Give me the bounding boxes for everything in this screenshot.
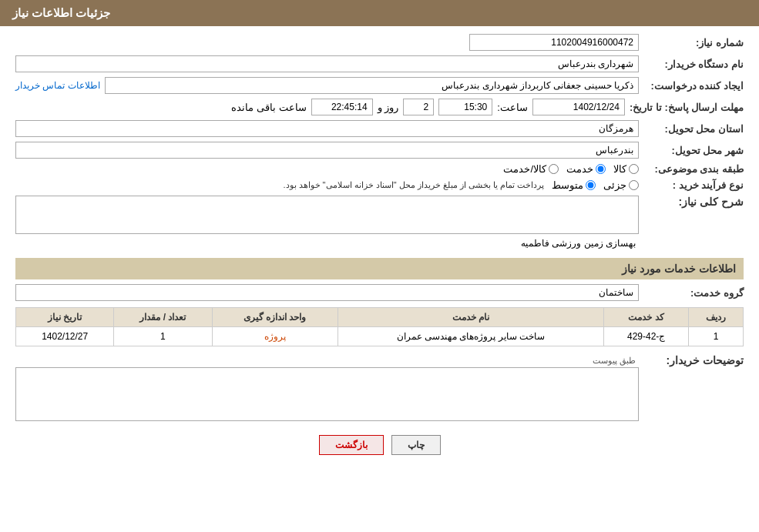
cell-radif: 1 — [688, 327, 743, 346]
tabaqe-khadamat-radio[interactable] — [596, 164, 606, 174]
mohlat-baghimande-label: ساعت باقی مانده — [231, 102, 306, 113]
tavazihat-placeholder: طبق پیوست — [15, 354, 639, 367]
table-row: 1 ج-42-429 ساخت سایر پروژه‌های مهندسی عم… — [16, 327, 744, 346]
tabaqe-khadamat-item: خدمت — [566, 163, 606, 175]
tabaqe-kala-radio[interactable] — [629, 164, 639, 174]
tabaqe-kala-khadamat-radio[interactable] — [549, 164, 559, 174]
sharh-row: شرح کلی نیاز: بهسازی زمین ورزشی فاطمیه — [15, 196, 744, 250]
tabaqe-label: طبقه بندی موضوعی: — [643, 163, 744, 175]
dastgah-value: شهرداری بندرعباس — [15, 55, 639, 72]
col-code: کد خدمت — [604, 308, 689, 327]
shenare-niaz-label: شماره نیاز: — [643, 37, 744, 49]
tabaqe-radio-group: کالا خدمت کالا/خدمت — [503, 163, 639, 175]
khadamat-section-header: اطلاعات خدمات مورد نیاز — [15, 258, 744, 279]
buttons-row: چاپ بازگشت — [15, 435, 744, 455]
cell-tedad: 1 — [114, 327, 212, 346]
mohlat-row: مهلت ارسال پاسخ: تا تاریخ: 1402/12/24 سا… — [15, 99, 744, 115]
sharh-label: شرح کلی نیاز: — [643, 196, 744, 208]
noe-motevaset-item: متوسط — [552, 179, 596, 191]
tabaqe-kala-khadamat-label: کالا/خدمت — [503, 163, 546, 175]
mohlat-countdown: 22:45:14 — [311, 99, 373, 115]
grohe-khadamat-value: ساختمان — [15, 284, 639, 301]
mohlat-label: مهلت ارسال پاسخ: تا تاریخ: — [630, 102, 744, 113]
noe-jazei-radio[interactable] — [629, 180, 639, 190]
noe-jazei-label: جزئی — [603, 179, 626, 191]
grohe-khadamat-row: گروه خدمت: ساختمان — [15, 284, 744, 301]
shahr-label: شهر محل تحویل: — [643, 145, 744, 156]
col-unit: واحد اندازه گیری — [212, 308, 338, 327]
shahr-value: بندرعباس — [15, 142, 639, 159]
tavazihat-row: توضیحات خریدار: طبق پیوست — [15, 354, 744, 423]
shahr-row: شهر محل تحویل: بندرعباس — [15, 142, 744, 159]
tabaqe-khadamat-label: خدمت — [566, 163, 593, 175]
page-title: جزئیات اطلاعات نیاز — [12, 6, 110, 19]
tabaqe-kala-label: کالا — [613, 163, 626, 175]
shenare-niaz-row: شماره نیاز: 1102004916000472 — [15, 34, 744, 51]
noe-motevaset-label: متوسط — [552, 179, 583, 191]
tabaqe-kala-item: کالا — [613, 163, 639, 175]
noe-radio-group: جزئی متوسط پرداخت تمام یا بخشی از مبلغ خ… — [283, 179, 639, 191]
mohlat-roz: 2 — [403, 99, 434, 115]
grohe-khadamat-label: گروه خدمت: — [643, 287, 744, 299]
tavazihat-label: توضیحات خریدار: — [643, 354, 744, 366]
dastgah-label: نام دستگاه خریدار: — [643, 59, 744, 70]
tavazihat-textarea[interactable] — [15, 367, 639, 421]
etelaaat-tamas-link[interactable]: اطلاعات تماس خریدار — [15, 80, 100, 91]
sharh-value: بهسازی زمین ورزشی فاطمیه — [15, 236, 639, 250]
page-header: جزئیات اطلاعات نیاز — [0, 0, 759, 26]
mohlat-saat: 15:30 — [438, 99, 492, 115]
back-button[interactable]: بازگشت — [319, 435, 384, 455]
tabaqe-row: طبقه بندی موضوعی: کالا خدمت کالا/خدمت — [15, 163, 744, 175]
ijad-konande-value: ذکریا حسینی جعفانی کاربرداز شهرداری بندر… — [105, 77, 639, 94]
services-table: ردیف کد خدمت نام خدمت واحد اندازه گیری ت… — [15, 307, 744, 346]
ijad-konande-row: ایجاد کننده درخواست: ذکریا حسینی جعفانی … — [15, 77, 744, 94]
mohlat-roz-label: روز و — [378, 102, 399, 113]
ostan-label: استان محل تحویل: — [643, 123, 744, 135]
col-radif: ردیف — [688, 308, 743, 327]
col-tarikh: تاریخ نیاز — [16, 308, 114, 327]
noe-motevaset-radio[interactable] — [586, 180, 596, 190]
col-tedad: تعداد / مقدار — [114, 308, 212, 327]
noe-farayand-label: نوع فرآیند خرید : — [643, 179, 744, 191]
ostan-row: استان محل تحویل: هرمزگان — [15, 120, 744, 137]
noe-jazei-item: جزئی — [603, 179, 639, 191]
dastgah-row: نام دستگاه خریدار: شهرداری بندرعباس — [15, 55, 744, 72]
cell-tarikh: 1402/12/27 — [16, 327, 114, 346]
cell-unit: پروژه — [212, 327, 338, 346]
cell-code: ج-42-429 — [604, 327, 689, 346]
noe-description: پرداخت تمام یا بخشی از مبلغ خریداز محل "… — [283, 180, 544, 190]
ijad-konande-label: ایجاد کننده درخواست: — [643, 80, 744, 92]
cell-name: ساخت سایر پروژه‌های مهندسی عمران — [338, 327, 604, 346]
col-name: نام خدمت — [338, 308, 604, 327]
mohlat-saat-label: ساعت: — [497, 102, 528, 113]
noe-farayand-row: نوع فرآیند خرید : جزئی متوسط پرداخت تمام… — [15, 179, 744, 191]
print-button[interactable]: چاپ — [391, 435, 441, 455]
mohlat-date: 1402/12/24 — [532, 99, 625, 115]
tabaqe-kala-khadamat-item: کالا/خدمت — [503, 163, 559, 175]
sharh-textarea[interactable] — [15, 196, 639, 234]
shenare-niaz-value: 1102004916000472 — [469, 34, 639, 51]
ostan-value: هرمزگان — [15, 120, 639, 137]
